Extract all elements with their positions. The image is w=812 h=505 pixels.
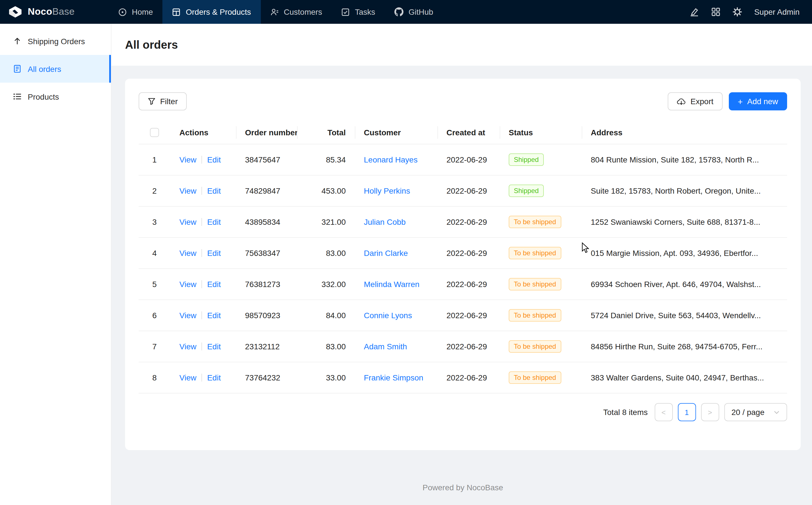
table-row: 7 ViewEdit 23132112 83.00 Adam Smith 202… [139,331,787,362]
plugin-blocks-icon[interactable] [711,7,720,16]
customer-cell: Julian Cobb [355,207,438,238]
filter-button[interactable]: Filter [139,92,187,111]
status-badge: To be shipped [509,341,561,353]
created-at-cell: 2022-06-29 [438,331,500,362]
pagination-page-1[interactable]: 1 [678,403,696,422]
view-link[interactable]: View [179,373,196,382]
column-header-actions: Actions [170,121,236,144]
sidebar-item-products[interactable]: Products [0,82,111,111]
view-link[interactable]: View [179,342,196,351]
add-new-button[interactable]: + Add new [729,92,787,111]
status-badge: Shipped [509,154,544,166]
order-number-cell: 43895834 [236,207,297,238]
pagination-next-button[interactable]: > [701,403,719,422]
logo-cube-icon [8,6,23,18]
nav-item-customers[interactable]: Customers [261,0,332,24]
column-header-customer: Customer [355,121,438,144]
status-badge: To be shipped [509,216,561,228]
view-link[interactable]: View [179,311,196,320]
customer-link[interactable]: Holly Perkins [364,187,410,196]
created-at-cell: 2022-06-29 [438,269,500,300]
view-link[interactable]: View [179,218,196,227]
view-link[interactable]: View [179,155,196,164]
nav-item-label: Home [132,7,153,16]
view-link[interactable]: View [179,187,196,196]
created-at-cell: 2022-06-29 [438,300,500,331]
export-button[interactable]: Export [668,92,723,111]
export-cloud-icon [677,98,686,105]
nav-item-label: Orders & Products [186,7,251,16]
orders-table-icon [172,8,181,16]
edit-link[interactable]: Edit [207,187,221,196]
customer-cell: Connie Lyons [355,300,438,331]
edit-link[interactable]: Edit [207,342,221,351]
sidebar-item-shipping-orders[interactable]: Shipping Orders [0,27,111,55]
edit-link[interactable]: Edit [207,373,221,382]
nav-item-github[interactable]: GitHub [385,0,443,24]
orders-file-icon [13,64,21,73]
table-row: 4 ViewEdit 75638347 83.00 Darin Clarke 2… [139,238,787,269]
created-at-cell: 2022-06-29 [438,175,500,207]
select-all-checkbox[interactable] [150,128,159,137]
customer-link[interactable]: Julian Cobb [364,218,406,227]
action-divider [202,187,202,195]
customers-icon [270,8,279,16]
row-index-cell: 3 [139,207,170,238]
customer-link[interactable]: Frankie Simpson [364,373,423,382]
edit-link[interactable]: Edit [207,249,221,258]
customer-link[interactable]: Melinda Warren [364,280,420,289]
total-cell: 453.00 [297,175,355,207]
view-link[interactable]: View [179,280,196,289]
table-row: 8 ViewEdit 73764232 33.00 Frankie Simpso… [139,362,787,393]
actions-cell: ViewEdit [170,207,236,238]
pagination-prev-button[interactable]: < [654,403,672,422]
user-menu[interactable]: Super Admin [754,7,800,16]
settings-gear-icon[interactable] [733,7,742,16]
edit-link[interactable]: Edit [207,155,221,164]
actions-cell: ViewEdit [170,269,236,300]
edit-link[interactable]: Edit [207,311,221,320]
row-index-cell: 1 [139,144,170,175]
toolbar-right: Export + Add new [668,92,787,111]
nav-item-orders-products[interactable]: Orders & Products [163,0,261,24]
column-header-order-number: Order number [236,121,297,144]
customer-cell: Adam Smith [355,331,438,362]
arrow-up-icon [13,37,21,45]
order-number-cell: 76381273 [236,269,297,300]
total-cell: 332.00 [297,269,355,300]
github-icon [394,7,403,16]
page-size-select[interactable]: 20 / page [724,403,787,422]
customer-cell: Frankie Simpson [355,362,438,393]
main-area: All orders Filter [111,24,812,505]
customer-cell: Leonard Hayes [355,144,438,175]
actions-cell: ViewEdit [170,362,236,393]
row-index-cell: 8 [139,362,170,393]
status-cell: To be shipped [500,207,582,238]
row-index-cell: 7 [139,331,170,362]
action-divider [202,374,202,382]
sidebar-item-all-orders[interactable]: All orders [0,55,111,82]
customer-link[interactable]: Adam Smith [364,342,407,351]
view-link[interactable]: View [179,249,196,258]
ui-editor-highlighter-icon[interactable] [690,7,699,16]
created-at-cell: 2022-06-29 [438,144,500,175]
footer-text: Powered by NocoBase [125,450,801,505]
nocobase-logo[interactable]: NocoBase [0,6,109,18]
total-cell: 33.00 [297,362,355,393]
edit-link[interactable]: Edit [207,218,221,227]
column-header-address: Address [582,121,787,144]
customer-link[interactable]: Darin Clarke [364,249,408,258]
action-divider [202,281,202,289]
customer-cell: Darin Clarke [355,238,438,269]
table-row: 2 ViewEdit 74829847 453.00 Holly Perkins… [139,175,787,207]
actions-cell: ViewEdit [170,175,236,207]
edit-link[interactable]: Edit [207,280,221,289]
orders-card: Filter Export [125,79,801,450]
created-at-cell: 2022-06-29 [438,238,500,269]
customer-link[interactable]: Leonard Hayes [364,155,418,164]
nav-item-tasks[interactable]: Tasks [332,0,385,24]
action-divider [202,249,202,257]
customer-link[interactable]: Connie Lyons [364,311,412,320]
nav-item-home[interactable]: Home [109,0,163,24]
order-number-cell: 74829847 [236,175,297,207]
